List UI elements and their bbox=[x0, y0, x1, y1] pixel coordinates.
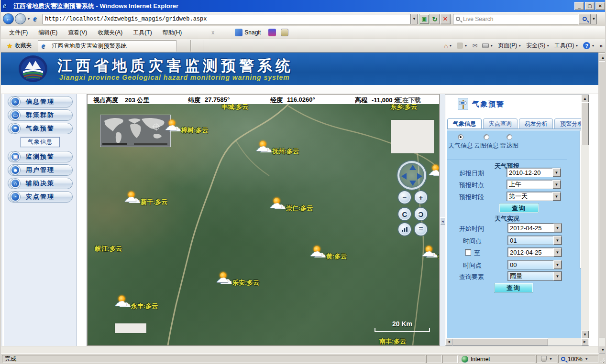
minimize-button[interactable]: _ bbox=[574, 2, 584, 10]
close-button[interactable]: ✕ bbox=[595, 2, 605, 10]
weather-marker[interactable]: ☁ 永丰:多云 bbox=[115, 297, 158, 310]
sidebar-item-monitor-warning[interactable]: ▣ 监测预警 bbox=[8, 151, 73, 162]
page-menu[interactable]: 页面(P)▼ bbox=[496, 40, 524, 51]
compatibility-view-icon[interactable]: ▣ bbox=[419, 14, 430, 24]
scrollbar-thumb[interactable] bbox=[452, 338, 548, 345]
query-element-select[interactable]: 雨量▼ bbox=[507, 271, 562, 281]
weather-marker[interactable]: 峡江:多云 bbox=[95, 245, 122, 253]
menu-edit[interactable]: 编辑(E) bbox=[34, 27, 62, 38]
protected-mode-pane[interactable]: ▼ bbox=[536, 355, 557, 363]
url-dropdown-icon[interactable]: ▼ bbox=[411, 14, 418, 24]
pan-up-icon[interactable] bbox=[409, 165, 416, 170]
forecast-period-select[interactable]: 第一天▼ bbox=[507, 192, 561, 201]
security-menu[interactable]: 安全(S)▼ bbox=[524, 40, 552, 51]
radio-cloud-image[interactable]: 云图信息 bbox=[474, 134, 499, 150]
radio-weather-info[interactable]: 天气信息 bbox=[448, 134, 473, 150]
zoom-out-button[interactable]: − bbox=[398, 191, 411, 203]
print-button[interactable]: ▼ bbox=[480, 42, 496, 50]
zoom-level-pane[interactable]: 100% ▼ bbox=[558, 355, 598, 363]
menu-view[interactable]: 查看(V) bbox=[64, 27, 91, 38]
tilt-bars-button[interactable] bbox=[398, 223, 411, 236]
weather-marker[interactable]: ☁ 樟树:多云 bbox=[165, 121, 208, 135]
pan-down-icon[interactable] bbox=[409, 181, 416, 186]
snagit-edit-icon[interactable] bbox=[281, 29, 288, 36]
zoom-in-button[interactable]: + bbox=[415, 191, 427, 203]
panel-horizontal-scrollbar[interactable]: ◄ ► bbox=[445, 338, 589, 345]
menu-file[interactable]: 文件(F) bbox=[5, 27, 32, 38]
favorites-button[interactable]: ★ 收藏夹 bbox=[3, 40, 36, 51]
pan-compass-control[interactable] bbox=[397, 161, 426, 190]
weather-marker[interactable]: 丰城:多云 bbox=[221, 104, 248, 111]
sidebar-item-user-mgmt[interactable]: ☻ 用户管理 bbox=[8, 164, 73, 176]
start-date-select[interactable]: 2012-04-25▼ bbox=[507, 223, 562, 233]
scrollbar-thumb[interactable] bbox=[581, 102, 589, 145]
browser-tab[interactable]: e 江西省地质灾害监测预警系统 bbox=[38, 40, 176, 52]
search-input[interactable]: Live Search bbox=[453, 14, 578, 24]
snagit-icon[interactable] bbox=[235, 29, 242, 36]
toolbar-overflow-chevron[interactable]: » bbox=[597, 41, 605, 51]
page-horizontal-scrollbar[interactable] bbox=[1, 346, 598, 353]
scroll-left-icon[interactable]: ◄ bbox=[445, 338, 452, 345]
scroll-down-icon[interactable]: ▼ bbox=[599, 346, 606, 353]
new-tab-stub[interactable] bbox=[176, 40, 191, 52]
map-canvas[interactable]: 丰城:多云 东乡:多云 ☁ 樟树:多云 ☁ 抚州:多云 bbox=[88, 104, 439, 345]
read-mail-icon[interactable]: ✉ bbox=[470, 41, 480, 51]
menu-favorites[interactable]: 收藏夹(A) bbox=[93, 27, 127, 38]
layers-button[interactable]: ☰ bbox=[415, 223, 427, 236]
tools-menu[interactable]: 工具(O)▼ bbox=[552, 40, 581, 51]
weather-marker[interactable]: 南丰:多云 bbox=[379, 337, 406, 345]
tab-susceptibility-analysis[interactable]: 易发分析 bbox=[519, 118, 553, 128]
scroll-up-icon[interactable]: ▲ bbox=[599, 54, 606, 61]
home-button[interactable]: ⌂▼ bbox=[441, 41, 454, 51]
scroll-right-icon[interactable]: ► bbox=[581, 338, 588, 345]
scroll-down-icon[interactable]: ▼ bbox=[581, 331, 589, 338]
sidebar-item-weather-warning[interactable]: ☂ 气象预警 bbox=[8, 123, 73, 134]
pan-left-icon[interactable] bbox=[401, 173, 407, 180]
radio-icon[interactable] bbox=[458, 134, 463, 140]
radio-radar-image[interactable]: 雷达图 bbox=[500, 134, 518, 150]
refresh-icon[interactable]: ↻ bbox=[430, 14, 440, 24]
forecast-time-select[interactable]: 上午▼ bbox=[507, 180, 561, 189]
radio-icon[interactable] bbox=[484, 134, 489, 140]
back-button[interactable]: ← bbox=[3, 13, 14, 24]
actual-query-button[interactable]: 查询 bbox=[495, 283, 533, 292]
start-hour-select[interactable]: 01▼ bbox=[507, 236, 562, 245]
weather-marker[interactable]: 东乡:多云 bbox=[390, 104, 417, 111]
pan-right-icon[interactable] bbox=[417, 173, 422, 180]
feeds-button[interactable]: ▼ bbox=[454, 41, 470, 50]
resize-grip[interactable] bbox=[599, 356, 606, 363]
end-hour-select[interactable]: 00▼ bbox=[507, 260, 562, 269]
snagit-capture-icon[interactable] bbox=[268, 29, 276, 36]
history-dropdown-icon[interactable]: ▼ bbox=[26, 15, 32, 23]
weather-marker[interactable]: ☁ 抚州:多云 bbox=[256, 142, 299, 156]
tab-weather-info[interactable]: 气象信息 bbox=[447, 118, 482, 128]
forecast-query-button[interactable]: 查询 bbox=[499, 203, 539, 213]
maximize-button[interactable]: ▢ bbox=[585, 2, 595, 10]
weather-marker[interactable]: ☁ 崇仁:多云 bbox=[270, 199, 313, 213]
scroll-up-icon[interactable]: ▲ bbox=[581, 95, 589, 102]
chevron-down-icon[interactable]: ▼ bbox=[549, 357, 552, 361]
panel-splitter[interactable]: ◄ bbox=[440, 94, 445, 346]
end-date-select[interactable]: 2012-04-25▼ bbox=[507, 247, 562, 257]
weather-marker[interactable]: ☁ 多云 bbox=[429, 166, 439, 180]
chevron-down-icon[interactable]: ▼ bbox=[585, 357, 588, 361]
help-button[interactable]: ?▼ bbox=[581, 41, 597, 51]
to-date-checkbox[interactable] bbox=[465, 249, 471, 256]
forecast-date-select[interactable]: 2010-12-20▼ bbox=[507, 168, 561, 177]
scrollbar-thumb[interactable] bbox=[599, 61, 606, 338]
url-input[interactable]: http://localhost/Jxdzwebgis_mapgis/gridw… bbox=[43, 14, 411, 24]
panel-vertical-scrollbar[interactable]: ▲ ▼ bbox=[581, 95, 589, 338]
radio-icon[interactable] bbox=[507, 134, 512, 140]
search-options-dropdown-icon[interactable]: ▼ bbox=[591, 14, 597, 24]
sidebar-item-group-prevention[interactable]: ▭ 群策群防 bbox=[8, 109, 73, 121]
weather-marker[interactable]: ☁ 新干:多云 bbox=[125, 193, 167, 206]
weather-marker[interactable]: ☁ 多云 bbox=[422, 247, 439, 261]
page-vertical-scrollbar[interactable]: ▲ ▼ bbox=[599, 54, 606, 353]
rotate-ccw-button[interactable]: C bbox=[398, 208, 411, 220]
menu-help[interactable]: 帮助(H) bbox=[158, 27, 187, 38]
weather-marker[interactable]: ☁ 乐安:多云 bbox=[217, 274, 259, 287]
search-go-button[interactable] bbox=[578, 14, 591, 24]
stop-icon[interactable]: ✕ bbox=[440, 14, 451, 24]
sidebar-subitem-weather-info[interactable]: 气象信息 bbox=[21, 137, 60, 147]
rotate-cw-button[interactable]: Ɔ bbox=[415, 208, 427, 220]
